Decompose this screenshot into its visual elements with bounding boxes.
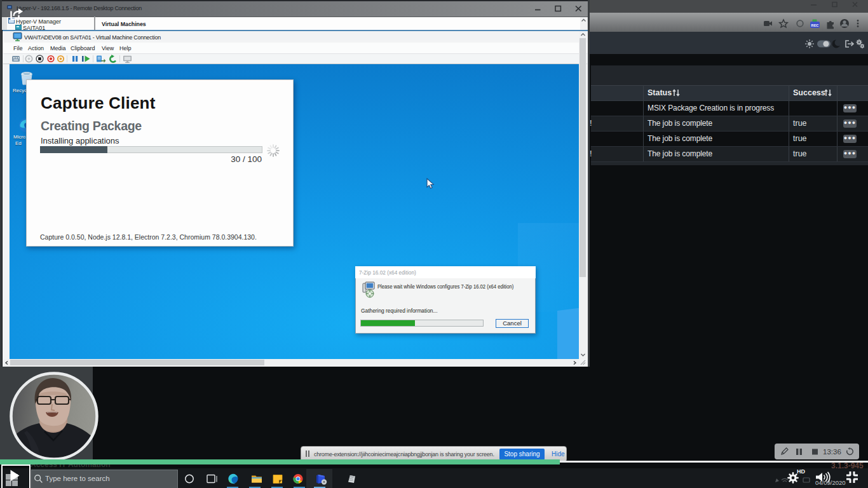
svg-text:REC: REC (811, 24, 819, 27)
